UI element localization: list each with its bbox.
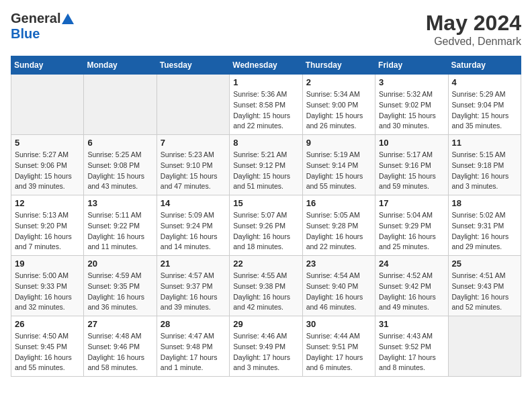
day-info: Sunrise: 4:50 AMSunset: 9:45 PMDaylight:… <box>15 331 80 373</box>
day-info: Sunrise: 5:29 AMSunset: 9:04 PMDaylight:… <box>452 89 517 132</box>
calendar-cell: 12Sunrise: 5:13 AMSunset: 9:20 PMDayligh… <box>11 195 84 256</box>
calendar-cell: 25Sunrise: 4:51 AMSunset: 9:43 PMDayligh… <box>448 256 521 316</box>
day-info: Sunrise: 4:57 AMSunset: 9:37 PMDaylight:… <box>161 271 226 313</box>
calendar-cell: 7Sunrise: 5:23 AMSunset: 9:10 PMDaylight… <box>157 135 229 195</box>
calendar-week-row: 1Sunrise: 5:36 AMSunset: 8:58 PMDaylight… <box>11 75 521 135</box>
calendar-cell: 4Sunrise: 5:29 AMSunset: 9:04 PMDaylight… <box>448 75 521 135</box>
day-number: 6 <box>87 138 152 148</box>
day-info: Sunrise: 4:54 AMSunset: 9:40 PMDaylight:… <box>306 271 371 313</box>
day-number: 24 <box>379 259 444 269</box>
day-info: Sunrise: 5:05 AMSunset: 9:28 PMDaylight:… <box>306 210 371 253</box>
day-number: 5 <box>15 138 80 148</box>
calendar-cell: 16Sunrise: 5:05 AMSunset: 9:28 PMDayligh… <box>302 195 375 256</box>
day-number: 15 <box>233 198 298 208</box>
logo-blue-text: Blue <box>11 26 40 41</box>
day-info: Sunrise: 4:46 AMSunset: 9:49 PMDaylight:… <box>233 331 298 373</box>
day-info: Sunrise: 5:25 AMSunset: 9:08 PMDaylight:… <box>87 150 152 192</box>
day-info: Sunrise: 5:32 AMSunset: 9:02 PMDaylight:… <box>379 89 444 132</box>
calendar-week-row: 12Sunrise: 5:13 AMSunset: 9:20 PMDayligh… <box>11 195 521 256</box>
calendar-location: Gedved, Denmark <box>426 36 521 48</box>
col-sunday: Sunday <box>11 56 84 75</box>
day-number: 7 <box>161 138 226 148</box>
calendar-cell: 29Sunrise: 4:46 AMSunset: 9:49 PMDayligh… <box>230 316 302 377</box>
day-number: 14 <box>161 198 226 208</box>
logo-general-text: General <box>11 11 60 26</box>
day-number: 10 <box>379 138 444 148</box>
calendar-cell: 2Sunrise: 5:34 AMSunset: 9:00 PMDaylight… <box>302 75 375 135</box>
col-saturday: Saturday <box>448 56 521 75</box>
day-info: Sunrise: 4:59 AMSunset: 9:35 PMDaylight:… <box>87 271 152 313</box>
calendar-week-row: 5Sunrise: 5:27 AMSunset: 9:06 PMDaylight… <box>11 135 521 195</box>
calendar-cell: 9Sunrise: 5:19 AMSunset: 9:14 PMDaylight… <box>302 135 375 195</box>
calendar-cell: 30Sunrise: 4:44 AMSunset: 9:51 PMDayligh… <box>302 316 375 377</box>
day-info: Sunrise: 5:36 AMSunset: 8:58 PMDaylight:… <box>233 89 298 132</box>
calendar-header-row: Sunday Monday Tuesday Wednesday Thursday… <box>11 56 521 75</box>
day-info: Sunrise: 5:19 AMSunset: 9:14 PMDaylight:… <box>306 150 371 192</box>
calendar-week-row: 19Sunrise: 5:00 AMSunset: 9:33 PMDayligh… <box>11 256 521 316</box>
day-number: 29 <box>233 319 298 329</box>
day-info: Sunrise: 5:34 AMSunset: 9:00 PMDaylight:… <box>306 89 371 132</box>
day-info: Sunrise: 5:02 AMSunset: 9:31 PMDaylight:… <box>452 210 517 253</box>
day-info: Sunrise: 4:51 AMSunset: 9:43 PMDaylight:… <box>452 271 517 313</box>
day-info: Sunrise: 4:47 AMSunset: 9:48 PMDaylight:… <box>161 331 226 373</box>
calendar-cell <box>157 75 229 135</box>
day-info: Sunrise: 4:52 AMSunset: 9:42 PMDaylight:… <box>379 271 444 313</box>
calendar-table: Sunday Monday Tuesday Wednesday Thursday… <box>11 56 521 377</box>
calendar-cell: 11Sunrise: 5:15 AMSunset: 9:18 PMDayligh… <box>448 135 521 195</box>
day-number: 8 <box>233 138 298 148</box>
calendar-cell: 8Sunrise: 5:21 AMSunset: 9:12 PMDaylight… <box>230 135 302 195</box>
day-number: 28 <box>161 319 226 329</box>
calendar-cell: 15Sunrise: 5:07 AMSunset: 9:26 PMDayligh… <box>230 195 302 256</box>
day-info: Sunrise: 5:21 AMSunset: 9:12 PMDaylight:… <box>233 150 298 192</box>
calendar-cell: 5Sunrise: 5:27 AMSunset: 9:06 PMDaylight… <box>11 135 84 195</box>
calendar-cell: 20Sunrise: 4:59 AMSunset: 9:35 PMDayligh… <box>84 256 157 316</box>
calendar-cell <box>84 75 157 135</box>
day-number: 11 <box>452 138 517 148</box>
col-wednesday: Wednesday <box>230 56 302 75</box>
day-info: Sunrise: 5:23 AMSunset: 9:10 PMDaylight:… <box>161 150 226 192</box>
day-info: Sunrise: 5:07 AMSunset: 9:26 PMDaylight:… <box>233 210 298 253</box>
col-monday: Monday <box>84 56 157 75</box>
day-number: 23 <box>306 259 371 269</box>
col-friday: Friday <box>375 56 448 75</box>
day-info: Sunrise: 5:00 AMSunset: 9:33 PMDaylight:… <box>15 271 80 313</box>
day-number: 20 <box>87 259 152 269</box>
calendar-week-row: 26Sunrise: 4:50 AMSunset: 9:45 PMDayligh… <box>11 316 521 377</box>
day-number: 18 <box>452 198 517 208</box>
calendar-cell: 28Sunrise: 4:47 AMSunset: 9:48 PMDayligh… <box>157 316 229 377</box>
day-number: 12 <box>15 198 80 208</box>
calendar-cell: 22Sunrise: 4:55 AMSunset: 9:38 PMDayligh… <box>230 256 302 316</box>
calendar-cell: 27Sunrise: 4:48 AMSunset: 9:46 PMDayligh… <box>84 316 157 377</box>
calendar-cell: 17Sunrise: 5:04 AMSunset: 9:29 PMDayligh… <box>375 195 448 256</box>
day-number: 27 <box>87 319 152 329</box>
day-number: 1 <box>233 77 298 87</box>
calendar-cell: 18Sunrise: 5:02 AMSunset: 9:31 PMDayligh… <box>448 195 521 256</box>
day-number: 26 <box>15 319 80 329</box>
calendar-cell: 24Sunrise: 4:52 AMSunset: 9:42 PMDayligh… <box>375 256 448 316</box>
day-number: 2 <box>306 77 371 87</box>
calendar-cell: 21Sunrise: 4:57 AMSunset: 9:37 PMDayligh… <box>157 256 229 316</box>
day-number: 16 <box>306 198 371 208</box>
day-info: Sunrise: 4:55 AMSunset: 9:38 PMDaylight:… <box>233 271 298 313</box>
calendar-cell: 31Sunrise: 4:43 AMSunset: 9:52 PMDayligh… <box>375 316 448 377</box>
day-info: Sunrise: 5:04 AMSunset: 9:29 PMDaylight:… <box>379 210 444 253</box>
calendar-cell: 3Sunrise: 5:32 AMSunset: 9:02 PMDaylight… <box>375 75 448 135</box>
calendar-title-block: May 2024 Gedved, Denmark <box>426 11 521 48</box>
calendar-cell: 26Sunrise: 4:50 AMSunset: 9:45 PMDayligh… <box>11 316 84 377</box>
day-number: 22 <box>233 259 298 269</box>
calendar-cell: 23Sunrise: 4:54 AMSunset: 9:40 PMDayligh… <box>302 256 375 316</box>
day-number: 4 <box>452 77 517 87</box>
day-number: 3 <box>379 77 444 87</box>
calendar-cell <box>448 316 521 377</box>
calendar-cell: 1Sunrise: 5:36 AMSunset: 8:58 PMDaylight… <box>230 75 302 135</box>
col-tuesday: Tuesday <box>157 56 229 75</box>
logo: General Blue <box>11 11 74 42</box>
day-number: 21 <box>161 259 226 269</box>
day-number: 30 <box>306 319 371 329</box>
day-info: Sunrise: 5:11 AMSunset: 9:22 PMDaylight:… <box>87 210 152 253</box>
day-number: 17 <box>379 198 444 208</box>
calendar-month-title: May 2024 <box>426 11 521 36</box>
day-info: Sunrise: 5:13 AMSunset: 9:20 PMDaylight:… <box>15 210 80 253</box>
day-number: 19 <box>15 259 80 269</box>
day-info: Sunrise: 5:27 AMSunset: 9:06 PMDaylight:… <box>15 150 80 192</box>
